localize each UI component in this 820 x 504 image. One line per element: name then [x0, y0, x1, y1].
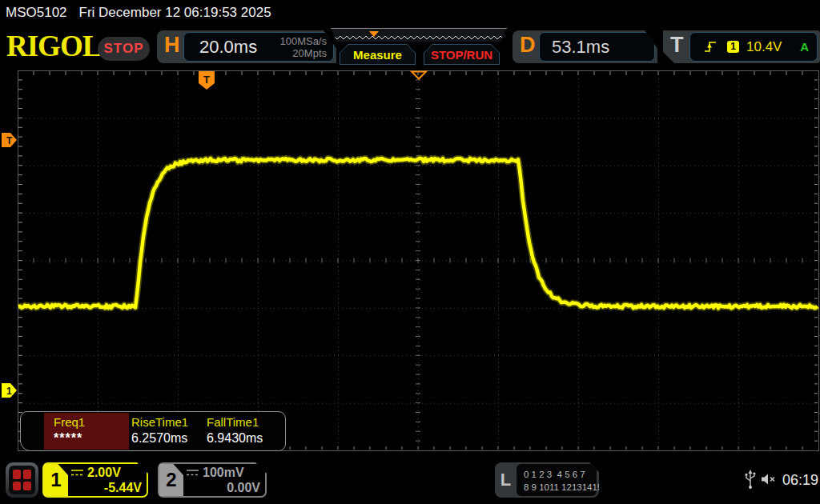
measurement-value: 6.2570ms — [131, 431, 187, 446]
trigger-settings-group[interactable]: T 1 10.4V A — [663, 30, 820, 63]
trigger-label: T — [670, 34, 684, 56]
trigger-level-label: T — [6, 135, 13, 146]
horizontal-label: H — [164, 34, 180, 56]
oscilloscope-screen: TT1 MSO5102Fri December 12 06:19:53 2025… — [0, 0, 820, 504]
logic-row1: 0 1 2 3 4 5 6 7 — [524, 470, 585, 479]
datetime: Fri December 12 06:19:53 2025 — [79, 5, 271, 20]
rigol-logo: RIGOL — [6, 31, 101, 61]
memory-trigger-marker — [369, 31, 379, 37]
menu-grid-icon — [9, 466, 35, 494]
trigger-level-marker[interactable] — [2, 133, 17, 147]
logic-row2: 8 9 1011 12131415 — [524, 482, 602, 492]
acquisition-info: 100MSa/s 20Mpts — [279, 35, 327, 59]
stop-run-button-label: STOP/RUN — [424, 44, 500, 65]
channel2-values: 100mV 0.00V — [187, 464, 260, 495]
run-state-badge: STOP — [98, 37, 150, 61]
graticule-grid — [18, 70, 819, 451]
trigger-pin-label: T — [203, 74, 210, 86]
usb-icon — [743, 469, 758, 490]
stop-run-button[interactable]: STOP/RUN — [424, 44, 500, 65]
model-name: MSO5102 — [6, 5, 67, 20]
measurement-label: FallTime1 — [207, 415, 259, 429]
measurement-label: RiseTime1 — [131, 415, 188, 429]
channel1-marker-label: 1 — [6, 386, 12, 397]
menu-grid-button[interactable] — [6, 462, 38, 498]
memory-position-indicator[interactable] — [331, 28, 507, 42]
ch1-waveform-glow — [18, 158, 818, 308]
channel1-position-marker[interactable] — [2, 383, 17, 398]
measurement-label: Freq1 — [54, 415, 85, 429]
speaker-muted-icon[interactable] — [761, 473, 777, 486]
ch1-waveform — [18, 158, 818, 308]
measurement-value: 6.9430ms — [207, 431, 263, 446]
measurement-results-panel[interactable]: Freq1 ***** RiseTime1 6.2570ms FallTime1… — [20, 411, 286, 451]
channel1-values: 2.00V -5.44V — [71, 464, 142, 495]
measure-button[interactable]: Measure — [340, 44, 416, 65]
channel2-offset: 0.00V — [187, 481, 260, 497]
channel2-panel[interactable]: 2 100mV 0.00V — [158, 462, 267, 498]
channel1-tab[interactable]: 1 — [44, 464, 68, 496]
trigger-source-badge: 1 — [727, 41, 739, 53]
trigger-level-value: 10.4V — [746, 39, 782, 55]
delay-settings-group[interactable]: D 53.1ms — [512, 30, 657, 63]
sample-rate: 100MSa/s — [279, 35, 327, 47]
channel2-tab[interactable]: 2 — [159, 464, 183, 496]
delay-label: D — [520, 34, 536, 56]
timebase-scale: 20.0ms — [199, 37, 257, 58]
channel1-panel[interactable]: 1 2.00V -5.44V — [42, 462, 148, 498]
horizontal-reference-marker — [412, 72, 426, 79]
trigger-position-pin[interactable] — [199, 71, 215, 90]
measure-button-label: Measure — [340, 44, 416, 65]
clock: 06:19 — [782, 472, 818, 489]
channel1-scale: 2.00V — [87, 466, 121, 480]
logic-tab: L — [495, 462, 517, 498]
horizontal-settings-group[interactable]: H 20.0ms 100MSa/s 20Mpts — [157, 30, 336, 63]
memory-depth: 20Mpts — [292, 47, 327, 59]
logic-channels-panel[interactable]: L 0 1 2 3 4 5 6 78 9 1011 12131415 — [495, 462, 599, 498]
logic-channel-list: 0 1 2 3 4 5 6 78 9 1011 12131415 — [517, 464, 597, 496]
trigger-box[interactable]: 1 10.4V A — [689, 32, 818, 62]
rising-edge-icon — [704, 40, 717, 54]
measurement-value: ***** — [54, 431, 82, 446]
delay-box[interactable]: 53.1ms — [539, 32, 655, 62]
delay-value: 53.1ms — [552, 37, 609, 58]
timebase-box[interactable]: 20.0ms 100MSa/s 20Mpts — [183, 32, 334, 62]
channel1-offset: -5.44V — [71, 481, 142, 497]
title-bar: MSO5102Fri December 12 06:19:53 2025 — [6, 5, 271, 21]
memory-waveform-icon — [331, 29, 507, 42]
trigger-sweep-mode: A — [800, 40, 809, 54]
channel2-scale: 100mV — [203, 466, 244, 480]
dc-coupling-icon — [187, 469, 199, 477]
dc-coupling-icon — [71, 469, 83, 477]
